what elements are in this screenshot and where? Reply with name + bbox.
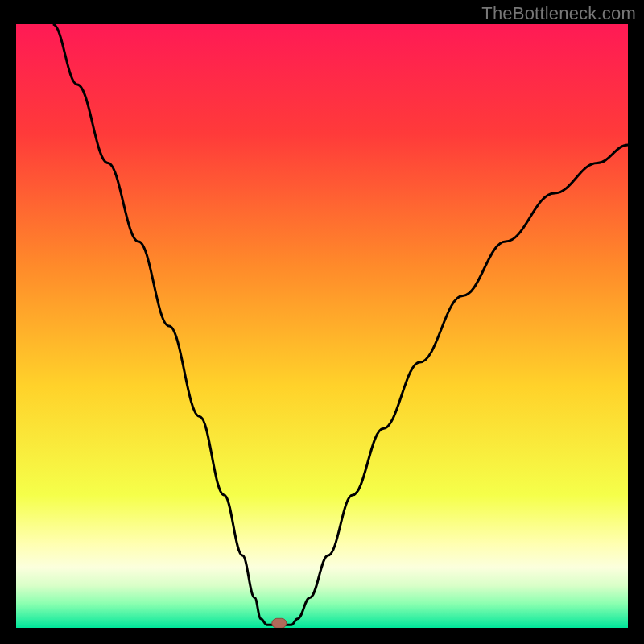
chart-frame: TheBottleneck.com bbox=[0, 0, 644, 644]
gradient-background bbox=[16, 24, 628, 628]
minimum-marker-icon bbox=[272, 618, 287, 628]
plot-area bbox=[16, 24, 628, 628]
bottleneck-chart bbox=[16, 24, 628, 628]
watermark-text: TheBottleneck.com bbox=[481, 3, 636, 24]
